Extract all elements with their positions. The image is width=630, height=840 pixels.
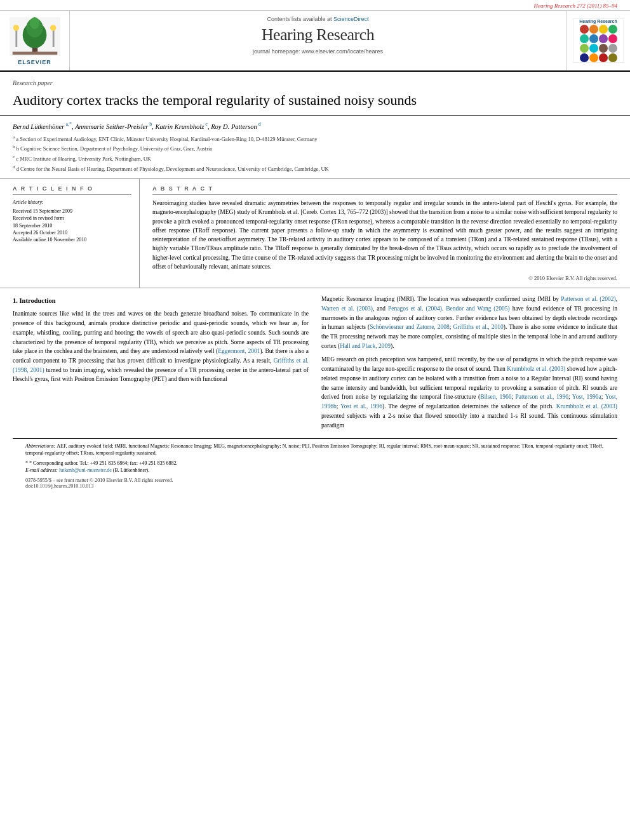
authors-line: Bernd Lütkenhöner a,*, Annemarie Seither… [13, 121, 617, 131]
corresponding-line: * * Corresponding author. Tel.: +49 251 … [25, 460, 605, 467]
svg-point-6 [13, 25, 18, 30]
sciencedirect-link[interactable]: ScienceDirect [333, 16, 369, 22]
hr-dot-13 [580, 53, 589, 62]
ref-patterson1996[interactable]: Patterson et al., 1996 [516, 394, 568, 400]
intro-two-col: 1. Introduction Inanimate sources like w… [13, 295, 617, 434]
abbreviations-text: AEF, auditory evoked field; fMRI, functi… [25, 443, 603, 456]
elsevier-brand-text: ELSEVIER [18, 59, 51, 65]
ref-yost1996a[interactable]: Yost, 1996a [572, 394, 601, 400]
intro-para2: Magnetic Resonance Imaging (fMRI). The l… [321, 295, 617, 350]
hr-dot-8 [608, 34, 617, 43]
ref-schon2008[interactable]: Schönwiesner and Zatorre, 2008 [370, 324, 450, 330]
ref-bendor2005[interactable]: Bendor and Wang (2005) [446, 305, 510, 312]
hr-logo-box: Hearing Research [573, 18, 624, 63]
hr-logo-dots [580, 25, 617, 62]
hr-dot-15 [599, 53, 608, 62]
author-4: Roy D. Patterson [211, 123, 257, 130]
intro-para1: Inanimate sources like wind in the trees… [13, 309, 309, 384]
abbreviations-line: Abbreviations: AEF, auditory evoked fiel… [25, 443, 605, 457]
page-wrapper: Hearing Research 272 (2011) 85–94 [0, 0, 630, 498]
journal-reference-bar: Hearing Research 272 (2011) 85–94 [0, 0, 630, 11]
hr-logo-title: Hearing Research [579, 19, 617, 23]
hr-dot-12 [608, 44, 617, 53]
email-address[interactable]: lutkenh@uni-muenster.de [59, 467, 112, 473]
intro-left-col: 1. Introduction Inanimate sources like w… [13, 295, 309, 434]
article-history: Article history: Received 15 September 2… [13, 199, 131, 243]
email-line: E-mail address: lutkenh@uni-muenster.de … [25, 467, 605, 474]
intro-para3: MEG research on pitch perception was ham… [321, 355, 617, 430]
intro-right-col: Magnetic Resonance Imaging (fMRI). The l… [321, 295, 617, 434]
hr-dot-16 [608, 53, 617, 62]
svg-rect-9 [12, 52, 57, 55]
ref-griffiths2010[interactable]: Griffiths et al., 2010 [453, 324, 504, 330]
hr-dot-3 [599, 25, 608, 34]
hr-dot-2 [589, 25, 598, 34]
affil-2: b b Cognitive Science Section, Departmen… [13, 143, 617, 153]
elsevier-logo: ELSEVIER [0, 11, 70, 70]
history-label: Article history: [13, 199, 131, 206]
available-online: Available online 10 November 2010 [13, 236, 131, 243]
article-type-label: Research paper [0, 72, 630, 89]
affiliations: a a Section of Experimental Audiology, E… [13, 134, 617, 173]
affil-3: c c MRC Institute of Hearing, University… [13, 154, 617, 163]
hr-dot-9 [580, 44, 589, 53]
corresponding-label: * Corresponding author. [29, 460, 79, 466]
abstract-col: A B S T R A C T Neuroimaging studies hav… [152, 179, 617, 288]
copyright-line: © 2010 Elsevier B.V. All rights reserved… [152, 275, 617, 281]
abbreviations-label: Abbreviations: [25, 443, 57, 449]
journal-title-display: Hearing Research [83, 25, 553, 44]
affil-4: d d Centre for the Neural Basis of Heari… [13, 164, 617, 173]
corresponding-tel: Tel.: +49 251 835 6864; fax: +49 251 835… [79, 460, 177, 466]
ref-warren2003[interactable]: Warren et al. (2003) [321, 305, 373, 312]
hearing-research-logo: Hearing Research [566, 11, 630, 70]
ref-yost1996c[interactable]: Yost et al., 1996 [340, 403, 382, 410]
journal-header-center: Contents lists available at ScienceDirec… [70, 11, 566, 70]
accepted-date: Accepted 26 October 2010 [13, 229, 131, 236]
ref-krumbholz2003b[interactable]: Krumbholz et al. (2003) [556, 403, 617, 410]
received-revised-label: Received in revised form [13, 215, 131, 222]
email-label: E-mail address: [25, 467, 58, 473]
svg-point-4 [30, 17, 39, 29]
contents-available-line: Contents lists available at ScienceDirec… [83, 16, 553, 22]
ref-bilsen1966[interactable]: Bilsen, 1966 [480, 394, 511, 400]
hr-dot-5 [580, 34, 589, 43]
author-4-sup: d [257, 121, 261, 127]
svg-rect-5 [15, 29, 17, 47]
ref-eggermont[interactable]: Eggermont, 2001 [218, 348, 260, 354]
hr-dot-10 [589, 44, 598, 53]
hr-dot-14 [589, 53, 598, 62]
journal-homepage-line: journal homepage: www.elsevier.com/locat… [83, 48, 553, 55]
ref-patterson2002[interactable]: Patterson et al. (2002) [561, 296, 615, 302]
received-revised-date: 18 September 2010 [13, 222, 131, 229]
doi-line: doi:10.1016/j.heares.2010.10.013 [25, 483, 605, 489]
hr-dot-6 [589, 34, 598, 43]
article-info-label: A R T I C L E I N F O [13, 185, 131, 195]
ref-hall2009[interactable]: Hall and Plack, 2009 [340, 343, 391, 349]
article-info-abstract-section: A R T I C L E I N F O Article history: R… [0, 179, 630, 288]
journal-header: ELSEVIER Contents lists available at Sci… [0, 11, 630, 72]
journal-reference: Hearing Research 272 (2011) 85–94 [534, 3, 617, 9]
hr-dot-7 [599, 34, 608, 43]
issn-doi-lines: 0378-5955/$ – see front matter © 2010 El… [25, 477, 605, 489]
body-content: 1. Introduction Inanimate sources like w… [0, 288, 630, 498]
author-3: Katrin Krumbholz [156, 123, 204, 130]
article-info-col: A R T I C L E I N F O Article history: R… [13, 179, 140, 288]
author-2: Annemarie Seither-Preisler [75, 123, 148, 130]
received-date: Received 15 September 2009 [13, 208, 131, 215]
ref-krumbholz2003[interactable]: Krumbholz et al. (2003) [507, 366, 565, 372]
author-1-sup: a,* [64, 121, 72, 127]
ref-griffiths1998[interactable]: Griffiths et al. (1998, 2001) [13, 357, 309, 373]
article-title: Auditory cortex tracks the temporal regu… [0, 89, 630, 116]
svg-point-8 [50, 25, 56, 30]
abstract-text: Neuroimaging studies have revealed drama… [152, 199, 617, 271]
affil-1: a a Section of Experimental Audiology, E… [13, 134, 617, 143]
issn-line: 0378-5955/$ – see front matter © 2010 El… [25, 477, 605, 483]
authors-section: Bernd Lütkenhöner a,*, Annemarie Seither… [0, 116, 630, 180]
ref-penagos2004[interactable]: Penagos et al. (2004) [388, 305, 442, 312]
hr-dot-4 [608, 25, 617, 34]
hr-dot-1 [580, 25, 589, 34]
abstract-label: A B S T R A C T [152, 185, 617, 195]
svg-rect-7 [52, 29, 54, 47]
intro-heading: 1. Introduction [13, 296, 309, 306]
author-1: Bernd Lütkenhöner [13, 123, 64, 130]
